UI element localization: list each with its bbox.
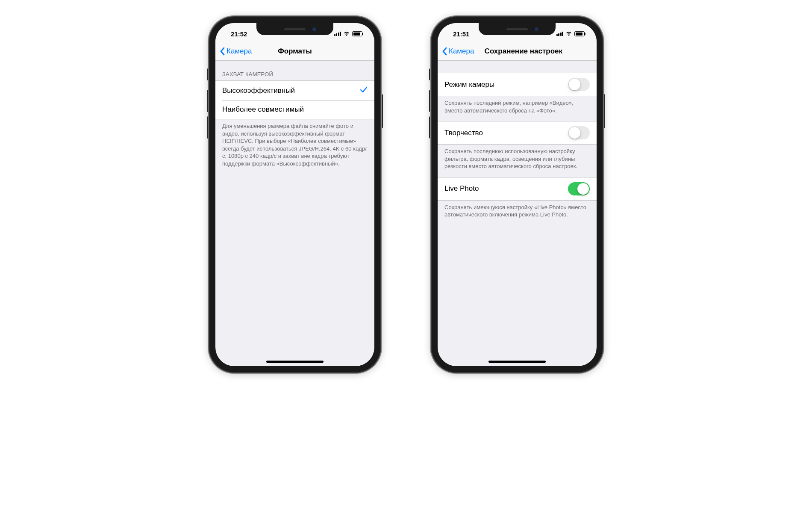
nav-bar: Камера Сохранение настроек [438, 42, 597, 61]
live-photo-switch[interactable] [568, 182, 590, 195]
cellular-icon [334, 32, 341, 36]
row-label: Live Photo [444, 184, 479, 193]
phone-left: 21:52 Камера Форматы ЗАХВАТ КАМЕРОЙ [209, 17, 380, 372]
power-button[interactable] [380, 94, 383, 128]
status-time: 21:51 [447, 28, 469, 38]
camera-mode-row[interactable]: Режим камеры [438, 73, 597, 96]
format-most-compatible-row[interactable]: Наиболее совместимый [215, 100, 374, 119]
section-footer: Для уменьшения размера файла снимайте фо… [215, 119, 374, 174]
section-header: ЗАХВАТ КАМЕРОЙ [215, 61, 374, 80]
live-photo-row[interactable]: Live Photo [438, 178, 597, 200]
power-button[interactable] [603, 94, 605, 128]
wifi-icon [565, 31, 572, 36]
home-indicator[interactable] [488, 361, 546, 363]
row-label: Творчество [444, 129, 483, 137]
nav-bar: Камера Форматы [215, 42, 374, 61]
camera-mode-switch[interactable] [568, 78, 590, 91]
section-footer: Сохранять имеющуюся настройку «Live Phot… [438, 201, 597, 225]
notch [479, 23, 556, 35]
home-indicator[interactable] [266, 361, 324, 363]
format-high-efficiency-row[interactable]: Высокоэффективный [215, 81, 374, 100]
formats-list: Высокоэффективный Наиболее совместимый [215, 80, 374, 119]
notch [256, 23, 333, 35]
back-label: Камера [449, 47, 474, 56]
phone-right: 21:51 Камера Сохранение настроек [432, 17, 603, 372]
creative-switch[interactable] [568, 126, 590, 139]
checkmark-icon [360, 86, 368, 95]
battery-icon [352, 31, 362, 36]
section-footer: Сохранять последний режим, например «Вид… [438, 96, 597, 121]
wifi-icon [343, 31, 350, 36]
row-label: Наиболее совместимый [222, 105, 304, 114]
creative-row[interactable]: Творчество [438, 121, 597, 144]
back-label: Камера [227, 47, 252, 56]
battery-icon [574, 31, 585, 36]
cellular-icon [556, 32, 564, 36]
row-label: Режим камеры [444, 80, 494, 89]
status-time: 21:52 [225, 28, 247, 38]
section-footer: Сохранять последнюю использованную настр… [438, 145, 597, 177]
page-title: Сохранение настроек [485, 47, 562, 56]
chevron-left-icon [442, 47, 447, 56]
row-label: Высокоэффективный [222, 86, 295, 95]
chevron-left-icon [220, 47, 225, 56]
page-title: Форматы [278, 47, 312, 56]
back-button[interactable]: Камера [220, 47, 252, 56]
back-button[interactable]: Камера [442, 47, 474, 56]
